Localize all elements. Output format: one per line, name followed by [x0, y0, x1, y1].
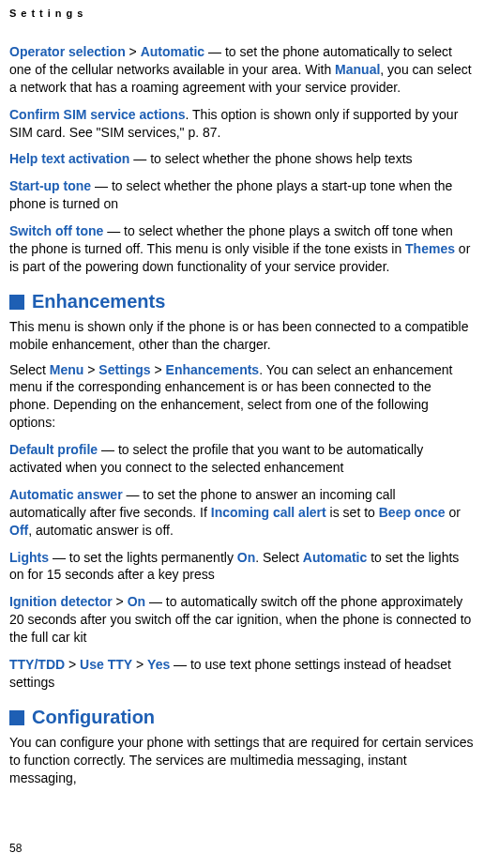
square-bullet-icon: [9, 710, 24, 725]
para-enh-intro: This menu is shown only if the phone is …: [9, 318, 475, 354]
kw-menu: Menu: [50, 362, 84, 377]
para-help-text: Help text activation — to select whether…: [9, 150, 475, 168]
kw-switchoff-tone: Switch off tone: [9, 223, 103, 238]
para-switchoff-tone: Switch off tone — to select whether the …: [9, 222, 475, 276]
kw-auto-answer: Automatic answer: [9, 487, 123, 502]
kw-enhancements: Enhancements: [166, 362, 260, 377]
kw-startup-tone: Start-up tone: [9, 178, 91, 193]
running-header: Settings: [9, 8, 475, 19]
para-auto-answer: Automatic answer — to set the phone to a…: [9, 486, 475, 540]
kw-on: On: [237, 550, 255, 565]
para-operator-selection: Operator selection > Automatic — to set …: [9, 43, 475, 97]
square-bullet-icon: [9, 295, 24, 310]
kw-beep-once: Beep once: [379, 505, 446, 520]
kw-operator-selection: Operator selection: [9, 44, 126, 59]
kw-off: Off: [9, 523, 28, 538]
para-ignition: Ignition detector > On — to automaticall…: [9, 593, 475, 647]
page-number: 58: [9, 842, 22, 855]
kw-confirm-sim: Confirm SIM service actions: [9, 107, 186, 122]
kw-default-profile: Default profile: [9, 442, 98, 457]
para-default-profile: Default profile — to select the profile …: [9, 441, 475, 477]
kw-on-ignition: On: [128, 594, 145, 609]
para-startup-tone: Start-up tone — to select whether the ph…: [9, 177, 475, 213]
para-lights: Lights — to set the lights permanently O…: [9, 549, 475, 585]
para-config-intro: You can configure your phone with settin…: [9, 734, 475, 787]
para-enh-nav: Select Menu > Settings > Enhancements. Y…: [9, 361, 475, 433]
section-title-configuration: Configuration: [32, 707, 155, 728]
kw-manual: Manual: [335, 62, 380, 77]
kw-help-text: Help text activation: [9, 151, 129, 166]
kw-lights: Lights: [9, 550, 49, 565]
section-enhancements: Enhancements: [9, 291, 475, 312]
section-title-enhancements: Enhancements: [32, 291, 165, 312]
para-tty: TTY/TDD > Use TTY > Yes — to use text ph…: [9, 656, 475, 692]
kw-automatic: Automatic: [141, 44, 204, 59]
kw-use-tty: Use TTY: [80, 657, 132, 672]
kw-ignition: Ignition detector: [9, 594, 113, 609]
kw-themes: Themes: [405, 241, 455, 256]
kw-tty-tdd: TTY/TDD: [9, 657, 65, 672]
section-configuration: Configuration: [9, 707, 475, 728]
kw-yes: Yes: [147, 657, 170, 672]
kw-incoming-alert: Incoming call alert: [211, 505, 326, 520]
para-confirm-sim: Confirm SIM service actions. This option…: [9, 106, 475, 142]
kw-automatic-lights: Automatic: [303, 550, 367, 565]
kw-settings: Settings: [98, 362, 150, 377]
